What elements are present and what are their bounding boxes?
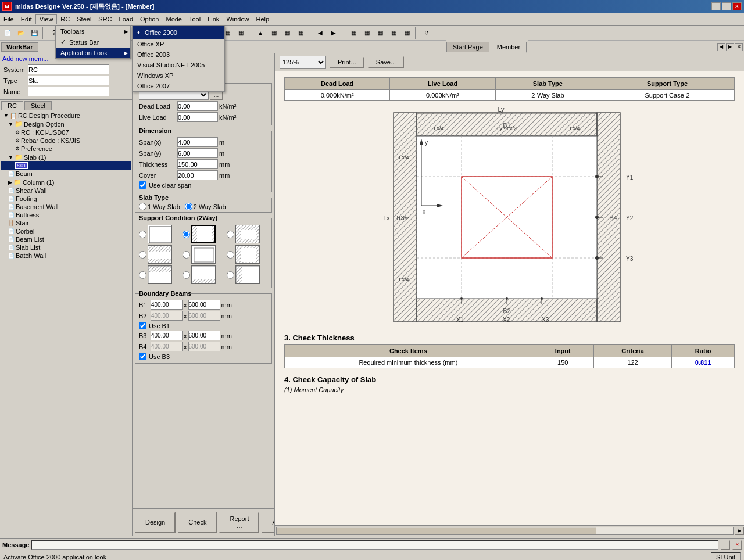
menu-view[interactable]: View: [35, 14, 58, 24]
tb-btn-17[interactable]: ▦: [294, 27, 307, 40]
scroll-right-button[interactable]: ▶: [735, 527, 744, 535]
view-dropdown[interactable]: Toolbars Status Bar Application Look: [55, 26, 131, 59]
slab-type-1way[interactable]: 1 Way Slab: [139, 203, 180, 210]
b4-width-input[interactable]: [151, 342, 183, 351]
tb-btn-19[interactable]: ▶: [327, 27, 340, 40]
nav-next-button[interactable]: ▶: [726, 43, 734, 51]
use-clear-span-checkbox[interactable]: [139, 181, 146, 189]
tb-btn-25[interactable]: ↺: [420, 27, 433, 40]
tree-rc-kci[interactable]: ⚙ RC : KCI-USD07: [1, 128, 131, 137]
tab-start-page[interactable]: Start Page: [446, 42, 489, 52]
message-close-button[interactable]: ✕: [732, 540, 742, 550]
windows-xp-menu-item[interactable]: Windows XP: [133, 70, 224, 81]
tb-btn-23[interactable]: ▦: [387, 27, 400, 40]
office-2003-menu-item[interactable]: Office 2003: [133, 49, 224, 60]
tree-basement-wall[interactable]: 📄 Basement Wall: [1, 203, 131, 211]
tree-preference[interactable]: ⚙ Preference: [1, 145, 131, 153]
menu-src[interactable]: SRC: [95, 15, 115, 24]
close-button[interactable]: ✕: [732, 2, 742, 10]
menu-window[interactable]: Window: [223, 15, 252, 24]
span-y-input[interactable]: [177, 148, 218, 158]
cover-input[interactable]: [177, 170, 218, 180]
application-look-submenu[interactable]: Office 2000 Office XP Office 2003 Visual…: [132, 26, 225, 92]
visual-studio-menu-item[interactable]: Visual Studio.NET 2005: [133, 60, 224, 70]
nav-prev-button[interactable]: ◀: [717, 43, 725, 51]
open-button[interactable]: 📂: [15, 27, 27, 40]
check-button[interactable]: Check: [178, 512, 217, 533]
tree-slab[interactable]: ▼ 📁 Slab (1): [1, 153, 131, 161]
tree-shear-wall[interactable]: 📄 Shear Wall: [1, 186, 131, 195]
new-button[interactable]: 📄: [1, 27, 14, 40]
b2-height-input[interactable]: [188, 311, 220, 321]
type-input[interactable]: [28, 76, 109, 85]
support-cell-7[interactable]: [139, 265, 180, 284]
support-cell-2[interactable]: [183, 225, 224, 243]
tb-btn-18[interactable]: ◀: [314, 27, 327, 40]
span-x-input[interactable]: [177, 137, 218, 147]
print-button[interactable]: Print...: [330, 56, 364, 68]
tree-beam-list[interactable]: 📄 Beam List: [1, 235, 131, 243]
dead-load-input[interactable]: [177, 101, 218, 111]
slab-type-2way[interactable]: 2 Way Slab: [185, 203, 226, 210]
tb-btn-15[interactable]: ▦: [267, 27, 280, 40]
menu-load[interactable]: Load: [116, 15, 137, 24]
menu-link[interactable]: Link: [204, 15, 223, 24]
menu-file[interactable]: File: [0, 15, 17, 24]
tab-rc[interactable]: RC: [1, 101, 23, 110]
office-xp-menu-item[interactable]: Office XP: [133, 39, 224, 49]
tb-btn-20[interactable]: ▦: [347, 27, 360, 40]
menu-option[interactable]: Option: [137, 15, 162, 24]
tb-btn-13[interactable]: ▦: [234, 27, 247, 40]
office-2000-menu-item[interactable]: Office 2000: [133, 26, 224, 39]
toolbars-menu-item[interactable]: Toolbars: [56, 26, 130, 37]
tree-batch-wall[interactable]: 📄 Batch Wall: [1, 252, 131, 260]
menu-steel[interactable]: Steel: [73, 15, 95, 24]
tree-s01[interactable]: S01: [1, 161, 131, 170]
support-cell-6[interactable]: [227, 245, 268, 264]
application-look-menu-item[interactable]: Application Look: [56, 48, 130, 58]
scrollbar-track[interactable]: [276, 527, 734, 535]
status-bar-menu-item[interactable]: Status Bar: [56, 37, 130, 48]
live-load-input[interactable]: [177, 112, 218, 122]
apply-button[interactable]: Apply: [262, 512, 275, 533]
nav-close-button[interactable]: ✕: [735, 43, 743, 51]
tree-rc-procedure[interactable]: ▼ 📋 RC Design Procedure: [1, 112, 131, 120]
office-2007-menu-item[interactable]: Office 2007: [133, 81, 224, 91]
name-input[interactable]: [28, 87, 109, 96]
tree-rebar-code[interactable]: ⚙ Rebar Code : KS/JIS: [1, 137, 131, 145]
minimize-button[interactable]: _: [711, 2, 721, 10]
tb-btn-16[interactable]: ▦: [281, 27, 294, 40]
save-report-button[interactable]: Save...: [368, 56, 404, 68]
support-cell-4[interactable]: [139, 245, 180, 264]
maximize-button[interactable]: □: [722, 2, 731, 10]
menu-mode[interactable]: Mode: [162, 15, 185, 24]
scrollbar-thumb[interactable]: [277, 527, 596, 534]
support-cell-1[interactable]: [139, 225, 180, 243]
system-input[interactable]: [28, 64, 109, 74]
b2-width-input[interactable]: [151, 311, 183, 321]
tab-member[interactable]: Member: [491, 42, 527, 53]
tree-design-option[interactable]: ▼ 📁 Design Option: [1, 120, 131, 128]
report-button[interactable]: Report ...: [219, 512, 259, 533]
tree-beam[interactable]: 📄 Beam: [1, 170, 131, 178]
tab-steel[interactable]: Steel: [24, 101, 52, 110]
support-cell-5[interactable]: [183, 245, 224, 264]
message-minimize-button[interactable]: _: [721, 540, 730, 550]
design-button[interactable]: Design: [135, 512, 176, 533]
menu-edit[interactable]: Edit: [17, 15, 35, 24]
tree-column[interactable]: ▶ 📁 Column (1): [1, 178, 131, 186]
support-cell-8[interactable]: [183, 265, 224, 284]
tb-btn-22[interactable]: ▦: [374, 27, 387, 40]
tree-slab-list[interactable]: 📄 Slab List: [1, 243, 131, 252]
tb-btn-21[interactable]: ▦: [360, 27, 373, 40]
support-cell-3[interactable]: [227, 225, 268, 243]
menu-rc[interactable]: RC: [57, 15, 73, 24]
save-toolbar-button[interactable]: 💾: [28, 27, 41, 40]
use-b3-checkbox[interactable]: [139, 353, 146, 360]
menu-tool[interactable]: Tool: [185, 15, 204, 24]
zoom-select[interactable]: 125% 100% 150%: [280, 56, 326, 69]
b3-width-input[interactable]: [151, 331, 183, 340]
tree-buttress[interactable]: 📄 Buttress: [1, 211, 131, 219]
horizontal-scrollbar[interactable]: ▶: [275, 525, 744, 536]
tb-btn-24[interactable]: ▦: [400, 27, 413, 40]
